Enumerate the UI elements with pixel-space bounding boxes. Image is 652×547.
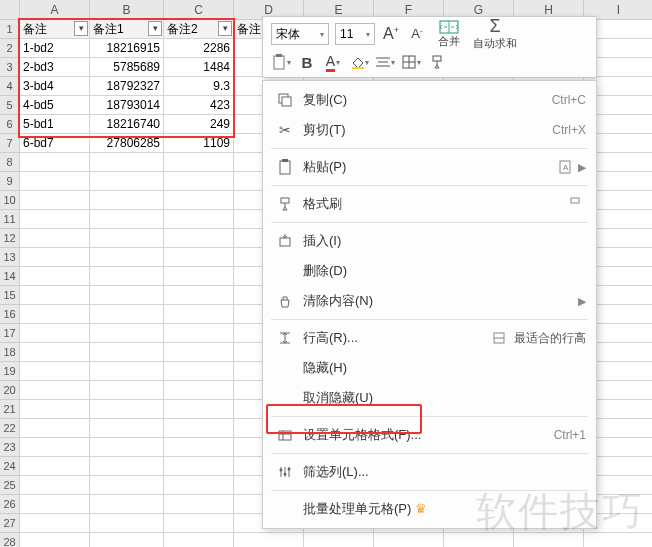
- row-header[interactable]: 22: [0, 419, 20, 438]
- increase-font-icon[interactable]: A+: [381, 24, 401, 44]
- decrease-font-icon[interactable]: A-: [407, 24, 427, 44]
- cell[interactable]: 1484: [164, 58, 234, 77]
- cell[interactable]: [90, 210, 164, 229]
- cell[interactable]: 9.3: [164, 77, 234, 96]
- row-header[interactable]: 13: [0, 248, 20, 267]
- cell[interactable]: [20, 533, 90, 547]
- cell[interactable]: [20, 267, 90, 286]
- menu-delete[interactable]: 删除(D): [263, 256, 596, 286]
- row-header[interactable]: 5: [0, 96, 20, 115]
- cell[interactable]: [164, 438, 234, 457]
- menu-paste[interactable]: 粘贴(P) A ▶: [263, 152, 596, 182]
- cell[interactable]: [20, 324, 90, 343]
- cell[interactable]: [90, 286, 164, 305]
- menu-row-height[interactable]: 行高(R)... 最适合的行高: [263, 323, 596, 353]
- cell[interactable]: 备注▾: [20, 20, 90, 39]
- cell[interactable]: [20, 153, 90, 172]
- paste-special-icon[interactable]: A: [556, 158, 578, 176]
- cell[interactable]: 4-bd5: [20, 96, 90, 115]
- cell[interactable]: [90, 191, 164, 210]
- cell[interactable]: [304, 533, 374, 547]
- cell[interactable]: [20, 229, 90, 248]
- cell[interactable]: [20, 305, 90, 324]
- cell[interactable]: [20, 457, 90, 476]
- row-header[interactable]: 6: [0, 115, 20, 134]
- fill-color-icon[interactable]: ▾: [349, 52, 369, 72]
- cell[interactable]: [164, 153, 234, 172]
- cell[interactable]: [90, 248, 164, 267]
- cell[interactable]: [164, 533, 234, 547]
- filter-dropdown-icon[interactable]: ▾: [148, 21, 162, 36]
- row-header[interactable]: 27: [0, 514, 20, 533]
- format-paint-icon[interactable]: [427, 52, 447, 72]
- cell[interactable]: [90, 457, 164, 476]
- cell[interactable]: [20, 362, 90, 381]
- cell[interactable]: [90, 495, 164, 514]
- menu-filter-column[interactable]: 筛选列(L)...: [263, 457, 596, 487]
- cell[interactable]: [374, 533, 444, 547]
- row-header[interactable]: 14: [0, 267, 20, 286]
- cell[interactable]: [20, 438, 90, 457]
- menu-insert[interactable]: 插入(I): [263, 226, 596, 256]
- cell[interactable]: [20, 381, 90, 400]
- format-painter-extra-icon[interactable]: [564, 195, 586, 213]
- row-header[interactable]: 3: [0, 58, 20, 77]
- cell[interactable]: 5785689: [90, 58, 164, 77]
- row-header[interactable]: 12: [0, 229, 20, 248]
- cell[interactable]: [20, 172, 90, 191]
- cell[interactable]: [164, 495, 234, 514]
- cell[interactable]: [20, 191, 90, 210]
- menu-format-painter[interactable]: 格式刷: [263, 189, 596, 219]
- cell[interactable]: [20, 476, 90, 495]
- paste-icon[interactable]: ▾: [271, 52, 291, 72]
- cell[interactable]: [164, 362, 234, 381]
- row-header[interactable]: 9: [0, 172, 20, 191]
- cell[interactable]: [90, 267, 164, 286]
- cell[interactable]: [164, 210, 234, 229]
- cell[interactable]: 1109: [164, 134, 234, 153]
- cell[interactable]: [90, 229, 164, 248]
- menu-cell-format[interactable]: 设置单元格格式(F)... Ctrl+1: [263, 420, 596, 450]
- cell[interactable]: [90, 324, 164, 343]
- cell[interactable]: 3-bd4: [20, 77, 90, 96]
- row-header[interactable]: 1: [0, 20, 20, 39]
- menu-hide[interactable]: 隐藏(H): [263, 353, 596, 383]
- cell[interactable]: [20, 495, 90, 514]
- row-header[interactable]: 17: [0, 324, 20, 343]
- align-icon[interactable]: ▾: [375, 52, 395, 72]
- select-all-corner[interactable]: [0, 0, 20, 20]
- cell[interactable]: 249: [164, 115, 234, 134]
- row-header[interactable]: 4: [0, 77, 20, 96]
- row-header[interactable]: 21: [0, 400, 20, 419]
- cell[interactable]: [164, 248, 234, 267]
- best-fit-label[interactable]: 最适合的行高: [514, 330, 586, 347]
- cell[interactable]: [164, 229, 234, 248]
- cell[interactable]: [90, 533, 164, 547]
- cell[interactable]: [90, 172, 164, 191]
- cell[interactable]: [164, 476, 234, 495]
- border-icon[interactable]: ▾: [401, 52, 421, 72]
- row-header[interactable]: 25: [0, 476, 20, 495]
- cell[interactable]: 5-bd1: [20, 115, 90, 134]
- menu-unhide[interactable]: 取消隐藏(U): [263, 383, 596, 413]
- cell[interactable]: [90, 362, 164, 381]
- cell[interactable]: [90, 343, 164, 362]
- cell[interactable]: 423: [164, 96, 234, 115]
- cell[interactable]: [164, 191, 234, 210]
- cell[interactable]: [90, 514, 164, 533]
- row-header[interactable]: 11: [0, 210, 20, 229]
- cell[interactable]: [164, 324, 234, 343]
- cell[interactable]: 1-bd2: [20, 39, 90, 58]
- filter-dropdown-icon[interactable]: ▾: [218, 21, 232, 36]
- row-header[interactable]: 24: [0, 457, 20, 476]
- row-header[interactable]: 19: [0, 362, 20, 381]
- cell[interactable]: [234, 533, 304, 547]
- cell[interactable]: [90, 476, 164, 495]
- row-header[interactable]: 28: [0, 533, 20, 547]
- cell[interactable]: [164, 286, 234, 305]
- cell[interactable]: [90, 400, 164, 419]
- row-header[interactable]: 2: [0, 39, 20, 58]
- font-color-icon[interactable]: A▾: [323, 52, 343, 72]
- cell[interactable]: 18216740: [90, 115, 164, 134]
- row-header[interactable]: 10: [0, 191, 20, 210]
